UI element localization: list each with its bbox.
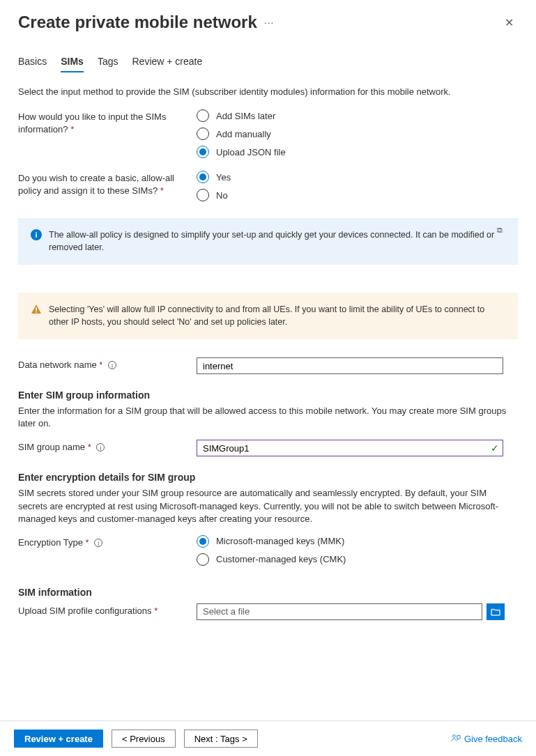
- previous-button[interactable]: < Previous: [112, 730, 176, 748]
- svg-point-2: [452, 735, 455, 738]
- info-tooltip-icon[interactable]: i: [108, 361, 116, 369]
- sim-info-heading: SIM information: [18, 587, 518, 598]
- sim-group-desc: Enter the information for a SIM group th…: [18, 405, 518, 430]
- folder-icon: [491, 608, 500, 616]
- info-tooltip-icon[interactable]: i: [94, 539, 102, 547]
- radio-allow-all-yes[interactable]: Yes: [197, 171, 231, 183]
- page-title: Create private mobile network: [18, 13, 257, 32]
- warning-alert-text: Selecting 'Yes' will allow full IP conne…: [49, 304, 505, 328]
- radio-icon: [197, 189, 209, 201]
- svg-rect-0: [36, 307, 37, 311]
- tab-review-create[interactable]: Review + create: [132, 52, 203, 72]
- radio-icon: [197, 553, 209, 566]
- check-icon: ✓: [491, 442, 499, 454]
- input-method-label-text: How would you like to input the SIMs inf…: [18, 111, 166, 134]
- give-feedback-link[interactable]: Give feedback: [451, 734, 522, 744]
- radio-mmk[interactable]: Microsoft-managed keys (MMK): [197, 535, 346, 548]
- encryption-type-row: Encryption Type * i Microsoft-managed ke…: [18, 535, 518, 566]
- upload-sim-label: Upload SIM profile configurations *: [18, 603, 197, 617]
- file-input[interactable]: Select a file: [197, 603, 482, 620]
- sim-group-name-label-text: SIM group name: [18, 442, 85, 452]
- tab-sims[interactable]: SIMs: [61, 52, 84, 72]
- encryption-heading: Enter encryption details for SIM group: [18, 472, 518, 483]
- allow-all-radio-group: Yes No: [197, 171, 231, 201]
- tab-basics[interactable]: Basics: [18, 52, 47, 72]
- data-network-row: Data network name * i: [18, 357, 518, 374]
- sim-group-name-input-wrap: ✓: [197, 440, 503, 456]
- review-create-button[interactable]: Review + create: [14, 730, 103, 748]
- tab-tags[interactable]: Tags: [98, 52, 118, 72]
- radio-label: Add manually: [216, 129, 271, 139]
- encryption-type-label-text: Encryption Type: [18, 537, 83, 548]
- form-content: Select the input method to provide the S…: [0, 72, 536, 620]
- radio-icon: [197, 535, 209, 548]
- next-button[interactable]: Next : Tags >: [184, 730, 258, 748]
- radio-icon: [197, 146, 209, 158]
- more-icon[interactable]: ···: [264, 17, 275, 28]
- data-network-input[interactable]: [197, 357, 503, 374]
- radio-cmk[interactable]: Customer-managed keys (CMK): [197, 553, 346, 566]
- input-method-radio-group: Add SIMs later Add manually Upload JSON …: [197, 109, 286, 158]
- sim-group-name-row: SIM group name * i ✓: [18, 440, 518, 456]
- page-header: Create private mobile network ··· ✕: [0, 0, 536, 38]
- sim-group-name-label: SIM group name * i: [18, 440, 197, 454]
- radio-label: Upload JSON file: [216, 147, 286, 157]
- radio-icon: [197, 109, 209, 122]
- warning-icon: [31, 304, 42, 315]
- close-button[interactable]: ✕: [500, 15, 518, 31]
- radio-label: Add SIMs later: [216, 111, 275, 121]
- warning-alert: Selecting 'Yes' will allow full IP conne…: [18, 293, 518, 339]
- external-link-icon[interactable]: ⧉: [497, 225, 503, 236]
- required-marker: *: [86, 537, 89, 548]
- intro-text: Select the input method to provide the S…: [18, 86, 518, 97]
- allow-all-row: Do you wish to create a basic, allow-all…: [18, 171, 518, 201]
- radio-icon: [197, 128, 209, 140]
- radio-label: No: [216, 190, 228, 201]
- upload-sim-label-text: Upload SIM profile configurations: [18, 605, 152, 616]
- required-marker: *: [154, 605, 158, 616]
- radio-allow-all-no[interactable]: No: [197, 189, 231, 201]
- data-network-label: Data network name * i: [18, 357, 197, 371]
- upload-sim-row: Upload SIM profile configurations * Sele…: [18, 603, 518, 620]
- tab-bar: Basics SIMs Tags Review + create: [0, 38, 536, 72]
- radio-upload-json[interactable]: Upload JSON file: [197, 146, 286, 158]
- required-marker: *: [160, 185, 164, 196]
- radio-label: Yes: [216, 172, 231, 183]
- info-icon: i: [31, 229, 42, 240]
- input-method-label: How would you like to input the SIMs inf…: [18, 109, 197, 136]
- input-method-row: How would you like to input the SIMs inf…: [18, 109, 518, 158]
- radio-label: Microsoft-managed keys (MMK): [216, 536, 344, 546]
- required-marker: *: [99, 360, 102, 370]
- allow-all-label: Do you wish to create a basic, allow-all…: [18, 171, 197, 197]
- required-marker: *: [88, 442, 91, 452]
- info-alert-text: The allow-all policy is designed to simp…: [49, 229, 505, 254]
- encryption-radio-group: Microsoft-managed keys (MMK) Customer-ma…: [197, 535, 346, 566]
- feedback-icon: [451, 734, 461, 743]
- encryption-desc: SIM secrets stored under your SIM group …: [18, 487, 518, 525]
- required-marker: *: [70, 124, 74, 134]
- info-tooltip-icon[interactable]: i: [96, 443, 105, 452]
- radio-add-sims-later[interactable]: Add SIMs later: [197, 109, 286, 122]
- radio-label: Customer-managed keys (CMK): [216, 554, 346, 564]
- feedback-label: Give feedback: [464, 734, 522, 744]
- footer-bar: Review + create < Previous Next : Tags >…: [0, 720, 536, 756]
- allow-all-label-text: Do you wish to create a basic, allow-all…: [18, 173, 174, 196]
- browse-button[interactable]: [487, 603, 505, 620]
- info-alert: i The allow-all policy is designed to si…: [18, 218, 518, 265]
- radio-icon: [197, 171, 209, 183]
- encryption-type-label: Encryption Type * i: [18, 535, 197, 549]
- radio-add-manually[interactable]: Add manually: [197, 128, 286, 140]
- sim-group-name-input[interactable]: [197, 440, 503, 456]
- svg-rect-1: [36, 311, 37, 313]
- file-picker: Select a file: [197, 603, 505, 620]
- data-network-label-text: Data network name: [18, 360, 97, 370]
- sim-group-heading: Enter SIM group information: [18, 389, 518, 401]
